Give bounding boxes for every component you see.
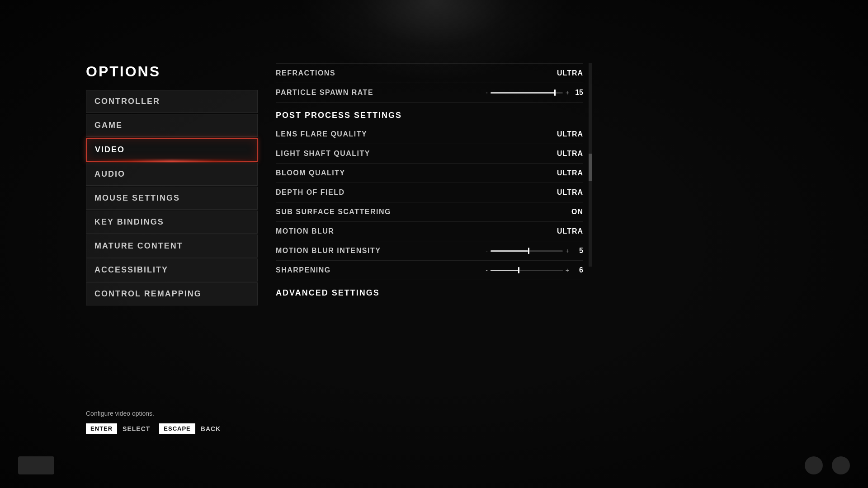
bottom-icon-1 xyxy=(805,456,823,474)
slider-thumb xyxy=(554,89,556,96)
slider-plus-icon: + xyxy=(566,267,569,274)
sidebar-item-control-remapping[interactable]: CONTROL REMAPPING xyxy=(86,282,258,305)
scrollbar[interactable] xyxy=(589,63,592,267)
slider-minus-icon: - xyxy=(486,267,488,274)
main-container: OPTIONS CONTROLLER GAME VIDEO AUDIO MOUS… xyxy=(86,63,583,305)
configure-text: Configure video options. xyxy=(86,410,224,417)
setting-value-bloom-quality[interactable]: ULTRA xyxy=(547,169,583,177)
setting-row-motion-blur-intensity: MOTION BLUR INTENSITY - + 5 xyxy=(276,241,583,261)
setting-name-sharpening: SHARPENING xyxy=(276,266,486,274)
sidebar-item-key-bindings[interactable]: KEY BINDINGS xyxy=(86,211,258,234)
setting-name-sub-surface-scattering: SUB SURFACE SCATTERING xyxy=(276,208,547,216)
slider-fill xyxy=(491,270,518,271)
setting-name-depth-of-field: DEPTH OF FIELD xyxy=(276,188,547,197)
sidebar-item-audio[interactable]: AUDIO xyxy=(86,163,258,186)
slider-motion-blur-intensity[interactable]: - + 5 xyxy=(486,247,583,255)
bottom-left-controller-icon xyxy=(18,456,54,474)
slider-track[interactable] xyxy=(491,92,563,94)
bottom-icon-2 xyxy=(832,456,850,474)
slider-track[interactable] xyxy=(491,250,563,252)
sidebar-item-mature-content[interactable]: MATURE CONTENT xyxy=(86,235,258,258)
key-enter-badge: ENTER xyxy=(86,423,117,434)
setting-value-lens-flare-quality[interactable]: ULTRA xyxy=(547,130,583,138)
setting-value-depth-of-field[interactable]: ULTRA xyxy=(547,188,583,197)
slider-value-motion-blur-intensity: 5 xyxy=(572,247,583,255)
setting-row-refractions: REFRACTIONS ULTRA xyxy=(276,63,583,83)
bottom-right-icons xyxy=(805,456,850,474)
slider-minus-icon: - xyxy=(486,89,488,96)
setting-value-motion-blur[interactable]: ULTRA xyxy=(547,227,583,235)
sidebar-item-game[interactable]: GAME xyxy=(86,114,258,137)
page-title: OPTIONS xyxy=(86,63,258,80)
slider-sharpening[interactable]: - + 6 xyxy=(486,266,583,274)
setting-row-particle-spawn-rate: PARTICLE SPAWN RATE - + 15 xyxy=(276,83,583,103)
setting-row-light-shaft-quality: LIGHT SHAFT QUALITY ULTRA xyxy=(276,144,583,164)
slider-plus-icon: + xyxy=(566,89,569,96)
slider-thumb xyxy=(528,248,529,254)
slider-particle-spawn-rate[interactable]: - + 15 xyxy=(486,89,583,97)
sidebar-item-video[interactable]: VIDEO xyxy=(86,138,258,162)
top-decorative-line xyxy=(86,59,782,59)
slider-plus-icon: + xyxy=(566,247,569,254)
setting-row-lens-flare-quality: LENS FLARE QUALITY ULTRA xyxy=(276,125,583,144)
section-header-advanced-settings: ADVANCED SETTINGS xyxy=(276,280,583,302)
setting-name-lens-flare-quality: LENS FLARE QUALITY xyxy=(276,130,547,138)
scrollbar-thumb[interactable] xyxy=(589,154,592,181)
setting-row-sharpening: SHARPENING - + 6 xyxy=(276,261,583,280)
slider-value-particle-spawn-rate: 15 xyxy=(572,89,583,97)
slider-value-sharpening: 6 xyxy=(572,266,583,274)
sidebar-item-mouse-settings[interactable]: MOUSE SETTINGS xyxy=(86,187,258,210)
bottom-bar xyxy=(0,456,868,474)
setting-row-motion-blur: MOTION BLUR ULTRA xyxy=(276,222,583,241)
setting-row-bloom-quality: BLOOM QUALITY ULTRA xyxy=(276,164,583,183)
slider-fill xyxy=(491,92,554,94)
setting-value-light-shaft-quality[interactable]: ULTRA xyxy=(547,150,583,158)
key-select-label: SELECT xyxy=(123,425,150,432)
setting-name-refractions: REFRACTIONS xyxy=(276,69,547,77)
slider-thumb xyxy=(518,267,519,273)
right-panel: REFRACTIONS ULTRA PARTICLE SPAWN RATE - … xyxy=(258,63,583,305)
slider-minus-icon: - xyxy=(486,247,488,254)
key-escape-badge: ESCAPE xyxy=(159,423,195,434)
slider-track[interactable] xyxy=(491,270,563,271)
left-panel: OPTIONS CONTROLLER GAME VIDEO AUDIO MOUS… xyxy=(86,63,258,305)
setting-name-particle-spawn-rate: PARTICLE SPAWN RATE xyxy=(276,89,486,97)
setting-value-refractions[interactable]: ULTRA xyxy=(547,69,583,77)
settings-list: REFRACTIONS ULTRA PARTICLE SPAWN RATE - … xyxy=(276,63,583,302)
setting-name-bloom-quality: BLOOM QUALITY xyxy=(276,169,547,177)
setting-name-motion-blur-intensity: MOTION BLUR INTENSITY xyxy=(276,247,486,255)
sidebar-menu: CONTROLLER GAME VIDEO AUDIO MOUSE SETTIN… xyxy=(86,90,258,305)
sidebar-item-controller[interactable]: CONTROLLER xyxy=(86,90,258,113)
key-back-label: BACK xyxy=(201,425,221,432)
setting-row-depth-of-field: DEPTH OF FIELD ULTRA xyxy=(276,183,583,202)
slider-fill xyxy=(491,250,528,252)
section-header-post-process: POST PROCESS SETTINGS xyxy=(276,103,583,125)
sidebar-item-accessibility[interactable]: ACCESSIBILITY xyxy=(86,258,258,282)
bottom-info: Configure video options. ENTER SELECT ES… xyxy=(86,410,224,434)
setting-name-light-shaft-quality: LIGHT SHAFT QUALITY xyxy=(276,150,547,158)
setting-name-motion-blur: MOTION BLUR xyxy=(276,227,547,235)
setting-value-sub-surface-scattering[interactable]: ON xyxy=(547,208,583,216)
key-hints: ENTER SELECT ESCAPE BACK xyxy=(86,423,224,434)
setting-row-sub-surface-scattering: SUB SURFACE SCATTERING ON xyxy=(276,202,583,222)
